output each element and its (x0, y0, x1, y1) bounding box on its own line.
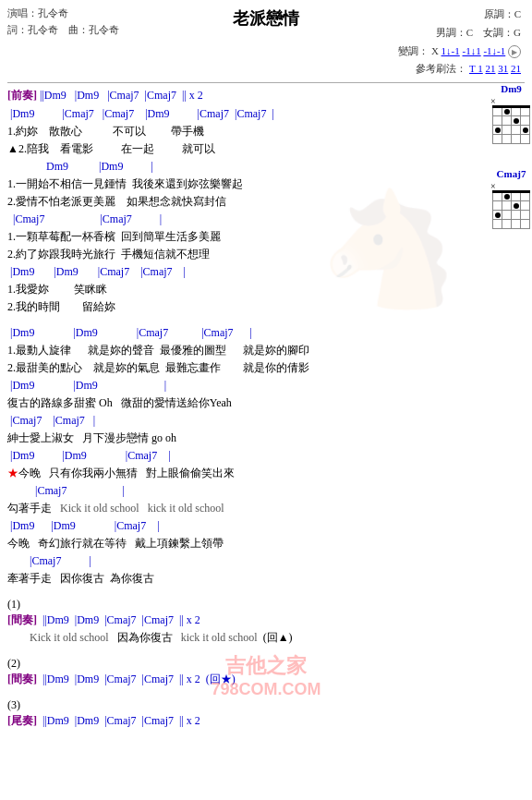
star-mark: ★ (7, 467, 18, 479)
header-row: 演唱：孔令奇 詞：孔令奇 曲：孔令奇 老派戀情 原調：C 男調：C 女調：G 變… (7, 6, 525, 79)
section-chorus: |Dm9 |Dm9 |Cmaj7 |Cmaj7 | 1.最動人旋律 就是妳的聲音… (7, 324, 460, 587)
chord-cmaj7-label: Cmaj7 (492, 168, 530, 179)
capo-row: 參考刷法： T 1 21 31 21 (377, 60, 521, 79)
v1-lyric-4b: 2.我的時間 留給妳 (7, 298, 460, 315)
v1-lyric-3b: 2.約了妳跟我時光旅行 手機短信就不想理 (7, 246, 460, 262)
transpose-link-1[interactable]: 1↓-1 (441, 45, 460, 56)
interlude1-tag-line: [間奏] ||Dm9 |Dm9 |Cmaj7 |Cmaj7 || x 2 (7, 612, 460, 628)
ch-lyric-5: 勾著手走 Kick it old school kick it old scho… (7, 500, 460, 516)
singer-row: 演唱：孔令奇 (7, 6, 155, 22)
header-divider (7, 82, 525, 83)
v1-lyric-2a: 1.一開始不相信一見鍾情 我後來還到妳弦樂響起 (7, 176, 460, 192)
transpose-label: 變調： (398, 45, 429, 56)
v1-lyric-1a: 1.約妳 散散心 不可以 帶手機 (7, 123, 460, 139)
transpose-link-3[interactable]: -1↓-1 (483, 45, 505, 56)
transpose-link-2[interactable]: -1↓1 (463, 45, 481, 56)
section-outro: (3) [尾奏] ||Dm9 |Dm9 |Cmaj7 |Cmaj7 || x 2 (7, 698, 460, 729)
v1-chord-2: Dm9 |Dm9 | (7, 158, 460, 175)
singer-name: 孔令奇 (38, 7, 68, 18)
interlude2-num: (2) (7, 657, 460, 671)
interlude1-chords: ||Dm9 |Dm9 |Cmaj7 |Cmaj7 || x 2 (40, 613, 200, 626)
section-interlude1: (1) [間奏] ||Dm9 |Dm9 |Cmaj7 |Cmaj7 || x 2… (7, 598, 460, 646)
meta-left: 演唱：孔令奇 詞：孔令奇 曲：孔令奇 (7, 6, 155, 38)
page-title: 老派戀情 (155, 6, 377, 30)
section-verse1: |Dm9 |Cmaj7 |Cmaj7 |Dm9 |Cmaj7 |Cmaj7 | … (7, 105, 460, 315)
ch-lyric-2: 復古的路線多甜蜜 Oh 微甜的愛情送給你Yeah (7, 394, 460, 411)
section-prelude: [前奏] ||Dm9 |Dm9 |Cmaj7 |Cmaj7 || x 2 (7, 87, 460, 103)
interlude1-lyric: Kick it old school 因為你復古 kick it old sch… (7, 629, 460, 646)
chord-cmaj7-diagram: Cmaj7 × (492, 168, 530, 233)
v1-chord-1: |Dm9 |Cmaj7 |Cmaj7 |Dm9 |Cmaj7 |Cmaj7 | (7, 105, 460, 122)
v1-lyric-3a: 1.一顆草莓配一杯香檳 回到簡單生活多美麗 (7, 228, 460, 245)
outro-tag-line: [尾奏] ||Dm9 |Dm9 |Cmaj7 |Cmaj7 || x 2 (7, 712, 460, 729)
ch-lyric-1b: 2.最甜美的點心 就是妳的氣息 最難忘畫作 就是你的倩影 (7, 359, 460, 376)
interlude2-tag: [間奏] (7, 673, 37, 685)
transpose-row: 變調： X 1↓-1 -1↓1 -1↓-1 ▶ (377, 42, 521, 61)
ch-lyric-3: 紳士愛上淑女 月下漫步戀情 go oh (7, 430, 460, 446)
en-lyric-2: kick it old school (148, 502, 224, 515)
en-lyric-1: Kick it old school (60, 502, 139, 515)
en-lyric-4: kick it old school (181, 631, 258, 644)
male-key: C (466, 27, 473, 38)
fret-diagram-area: Dm9 × (492, 83, 530, 233)
en-lyric-3: Kick it old school (30, 631, 109, 644)
outro-chords: ||Dm9 |Dm9 |Cmaj7 |Cmaj7 || x 2 (40, 714, 200, 727)
ref-link-31[interactable]: 31 (498, 63, 508, 74)
prelude-chords: ||Dm9 |Dm9 |Cmaj7 |Cmaj7 || x 2 (37, 89, 203, 102)
ch-chord-5: |Cmaj7 | (7, 482, 460, 499)
ref-link-t1[interactable]: T 1 (469, 63, 483, 74)
chord-dm9-diagram: Dm9 × (492, 83, 530, 148)
interlude1-tag: [間奏] (7, 613, 37, 626)
capo-label: 參考刷法： (416, 63, 466, 74)
lyricist-row: 詞：孔令奇 曲：孔令奇 (7, 22, 155, 39)
ref-link-21b[interactable]: 21 (511, 63, 521, 74)
ref-link-21[interactable]: 21 (486, 63, 496, 74)
v1-lyric-2b: 2.愛情不怕老派更美麗 如果想念就快寫封信 (7, 193, 460, 210)
v1-lyric-4a: 1.我愛妳 笑眯眯 (7, 281, 460, 297)
v1-chord-3: |Cmaj7 |Cmaj7 | (7, 211, 460, 227)
ch-lyric-4: ★今晚 只有你我兩小無猜 對上眼偷偷笑出來 (7, 465, 460, 481)
meta-right: 原調：C 男調：C 女調：G 變調： X 1↓-1 -1↓1 -1↓-1 ▶ 參… (377, 6, 525, 79)
lyricist-name: 孔令奇 (28, 24, 58, 35)
ch-chord-4: |Dm9 |Dm9 |Cmaj7 | (7, 447, 460, 464)
prelude-tag: [前奏] (7, 89, 37, 102)
ch-chord-7: |Cmaj7 | (7, 552, 460, 569)
ch-chord-2: |Dm9 |Dm9 | (7, 377, 460, 394)
v1-chord-4: |Dm9 |Dm9 |Cmaj7 |Cmaj7 | (7, 263, 460, 280)
chord-dm9-label: Dm9 (492, 83, 530, 94)
page-wrapper: 演唱：孔令奇 詞：孔令奇 曲：孔令奇 老派戀情 原調：C 男調：C 女調：G 變… (0, 0, 532, 736)
interlude1-num: (1) (7, 598, 460, 612)
interlude2-tag-line: [間奏] ||Dm9 |Dm9 |Cmaj7 |Cmaj7 || x 2 (回★… (7, 671, 460, 687)
original-key: C (514, 8, 521, 19)
ch-lyric-7: 牽著手走 因你復古 為你復古 (7, 570, 460, 587)
v1-lyric-1b: ▲2.陪我 看電影 在一起 就可以 (7, 140, 460, 157)
ch-chord-3: |Cmaj7 |Cmaj7 | (7, 412, 460, 429)
composer-name: 孔令奇 (89, 24, 119, 35)
outro-num: (3) (7, 698, 460, 712)
play-button[interactable]: ▶ (508, 45, 521, 58)
gender-key-row: 男調：C 女調：G (377, 24, 521, 42)
ch-chord-1: |Dm9 |Dm9 |Cmaj7 |Cmaj7 | (7, 324, 460, 341)
outro-tag: [尾奏] (7, 714, 37, 727)
female-key: G (514, 27, 521, 38)
ch-chord-6: |Dm9 |Dm9 |Cmaj7 | (7, 517, 460, 534)
key-row: 原調：C (377, 6, 521, 24)
transpose-x: X (431, 45, 439, 56)
section-interlude2: (2) [間奏] ||Dm9 |Dm9 |Cmaj7 |Cmaj7 || x 2… (7, 657, 460, 687)
main-content: [前奏] ||Dm9 |Dm9 |Cmaj7 |Cmaj7 || x 2 |Dm… (7, 87, 460, 729)
interlude2-chords: ||Dm9 |Dm9 |Cmaj7 |Cmaj7 || x 2 (回★) (40, 673, 236, 685)
ch-lyric-1a: 1.最動人旋律 就是妳的聲音 最優雅的圖型 就是妳的腳印 (7, 342, 460, 358)
ch-lyric-6: 今晚 奇幻旅行就在等待 戴上項鍊繫上領帶 (7, 535, 460, 552)
